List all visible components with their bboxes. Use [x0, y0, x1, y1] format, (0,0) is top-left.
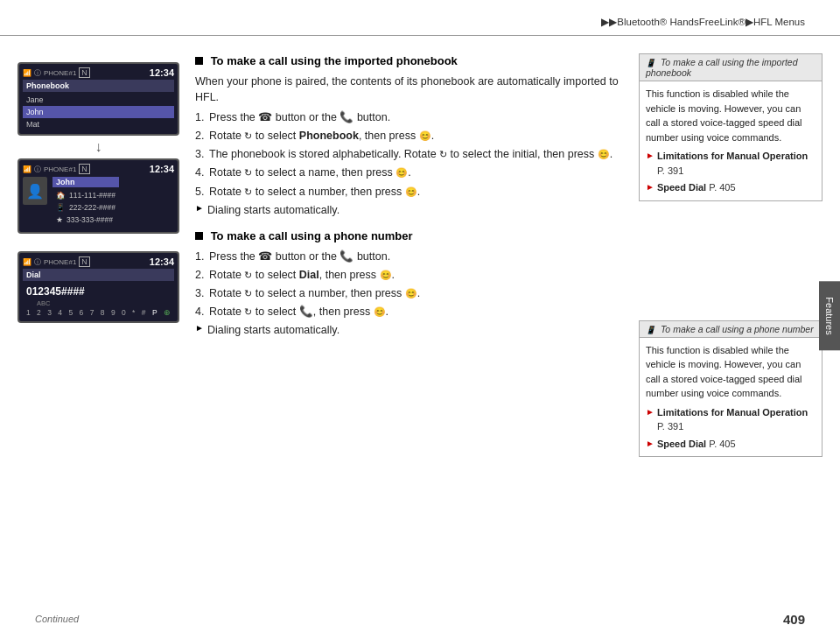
step2-text: Rotate ↻ to select Phonebook, then press… — [209, 128, 626, 144]
screen1-time: 12:34 — [150, 67, 174, 78]
key-9[interactable]: 9 — [111, 308, 116, 317]
contact-john-selected: John — [23, 106, 174, 118]
phone-row-star: ★333-333-#### — [52, 214, 119, 226]
phone-id3: PHONE#1 — [44, 258, 76, 266]
ref1-text: Limitations for Manual Operation P. 391 — [657, 149, 816, 178]
s2-step3-num: 3. — [195, 285, 209, 301]
network3-icon: N — [79, 256, 90, 267]
info2-icon: ⓘ — [34, 165, 41, 174]
section2-heading-text: To make a call using a phone number — [211, 229, 413, 242]
ref2-arrow: ► — [646, 180, 654, 193]
screen3-number: 012345#### — [23, 284, 174, 299]
talk-btn-icon: 📞 — [340, 111, 354, 123]
footer-continued: Continued — [35, 614, 79, 624]
phone-btn2-icon: ☎ — [258, 250, 272, 263]
ref4-arrow: ► — [646, 437, 654, 450]
screen2-phone-list: John 🏠111-111-#### 📱222-222-#### ★333-33… — [52, 177, 119, 226]
phone-id: PHONE#1 — [44, 69, 76, 77]
section1: To make a call using the imported phoneb… — [195, 53, 626, 218]
key-1[interactable]: 1 — [26, 308, 31, 317]
ref4-text: Speed Dial P. 405 — [657, 437, 736, 452]
ref3-arrow: ► — [646, 405, 654, 418]
section2: To make a call using a phone number 1. P… — [195, 228, 626, 338]
ref1-label: Limitations for Manual Operation — [657, 151, 808, 161]
star-icon: ★ — [56, 215, 63, 224]
s2-step1-text: Press the ☎ button or the 📞 button. — [209, 249, 626, 264]
black-square-2 — [195, 232, 203, 240]
section1-heading-text: To make a call using the imported phoneb… — [211, 54, 458, 67]
arrow-down-1: ↓ — [18, 141, 179, 153]
features-tab-label: Features — [824, 297, 835, 334]
key-2[interactable]: 2 — [37, 308, 41, 317]
s2-step2-text: Rotate ↻ to select Dial, then press 😊. — [209, 267, 626, 283]
key-4[interactable]: 4 — [58, 308, 62, 317]
screen1-icons: 📶 ⓘ PHONE#1 N — [23, 67, 90, 78]
infobox2-header: 📱 To make a call using a phone number — [640, 321, 822, 338]
key-8[interactable]: 8 — [101, 308, 105, 317]
ref1-page: P. 391 — [657, 165, 683, 176]
home-icon: 🏠 — [56, 191, 66, 200]
ref4-label: Speed Dial — [657, 439, 706, 449]
ref1-arrow: ► — [646, 149, 654, 162]
infobox2-header-text: To make a call using a phone number — [661, 324, 814, 334]
section1-intro: When your phone is paired, the contents … — [195, 74, 626, 105]
signal3-icon: 📶 — [23, 258, 32, 266]
contact-list: Jane John Mat — [23, 94, 174, 130]
section1-step1: 1. Press the ☎ button or the 📞 button. — [195, 109, 626, 125]
key-3[interactable]: 3 — [47, 308, 52, 317]
triangle-2: ► — [195, 322, 204, 335]
info3-icon: ⓘ — [34, 257, 41, 267]
infobox1-body: This function is disabled while the vehi… — [640, 81, 822, 200]
contact-mat: Mat — [23, 118, 174, 130]
screen3-topbar: 📶 ⓘ PHONE#1 N 12:34 — [23, 256, 174, 267]
ref2-page: P. 405 — [709, 182, 735, 193]
screen1-title: Phonebook — [23, 80, 174, 92]
screen2-contact-detail: 📶 ⓘ PHONE#1 N 12:34 👤 John 🏠111-111-####… — [18, 158, 179, 234]
key-0[interactable]: 0 — [122, 308, 126, 317]
signal-icon: 📶 — [23, 69, 32, 77]
dialing-note-1-text: Dialing starts automatically. — [207, 202, 340, 218]
s2-step4-text: Rotate ↻ to select 📞, then press 😊. — [209, 304, 626, 320]
key-dial-icon[interactable]: ⊕ — [164, 308, 171, 317]
section1-step4: 4. Rotate ↻ to select a name, then press… — [195, 165, 626, 180]
ref3-text: Limitations for Manual Operation P. 391 — [657, 405, 816, 434]
key-p[interactable]: P — [152, 308, 158, 317]
info-icon: ⓘ — [34, 68, 41, 78]
key-5[interactable]: 5 — [68, 308, 73, 317]
info-column: 📱 To make a call using the imported phon… — [639, 53, 822, 593]
mobile-icon: 📱 — [56, 203, 66, 212]
step1-num: 1. — [195, 109, 209, 125]
step5-num: 5. — [195, 184, 209, 200]
phone-icon-inline: 📞 — [299, 305, 313, 318]
section2-step2: 2. Rotate ↻ to select Dial, then press 😊… — [195, 267, 626, 283]
step1-text: Press the ☎ button or the 📞 button. — [209, 109, 626, 125]
ref2-text: Speed Dial P. 405 — [657, 180, 736, 195]
ref2-label: Speed Dial — [657, 182, 706, 193]
section1-step5: 5. Rotate ↻ to select a number, then pre… — [195, 184, 626, 200]
triangle-1: ► — [195, 202, 204, 215]
screen2-name: John — [52, 177, 119, 187]
key-7[interactable]: 7 — [90, 308, 94, 317]
step5-text: Rotate ↻ to select a number, then press … — [209, 184, 626, 200]
step2-num: 2. — [195, 128, 209, 144]
key-star[interactable]: * — [132, 308, 135, 317]
phone-row-mobile: 📱222-222-#### — [52, 201, 119, 214]
infobox1: 📱 To make a call using the imported phon… — [639, 53, 822, 201]
step4-text: Rotate ↻ to select a name, then press 😊. — [209, 165, 626, 180]
infobox2: 📱 To make a call using a phone number Th… — [639, 320, 822, 458]
main-content: 📶 ⓘ PHONE#1 N 12:34 Phonebook Jane John … — [0, 36, 840, 593]
phone-btn-icon: ☎ — [258, 111, 272, 123]
screen3-title: Dial — [23, 269, 174, 281]
text-column: To make a call using the imported phoneb… — [179, 53, 639, 593]
infobox1-icon: 📱 — [646, 59, 655, 67]
s2-step3-text: Rotate ↻ to select a number, then press … — [209, 285, 626, 301]
network2-icon: N — [79, 164, 90, 174]
phone-row-home: 🏠111-111-#### — [52, 189, 119, 201]
footer-page-number: 409 — [783, 612, 805, 627]
key-6[interactable]: 6 — [80, 308, 84, 317]
section1-step3: 3. The phonebook is stored alphabeticall… — [195, 146, 626, 162]
talk-btn2-icon: 📞 — [340, 250, 354, 263]
black-square-1 — [195, 57, 203, 65]
breadcrumb-text: ▶▶Bluetooth® HandsFreeLink®▶HFL Menus — [601, 17, 805, 27]
key-hash[interactable]: # — [142, 308, 146, 317]
